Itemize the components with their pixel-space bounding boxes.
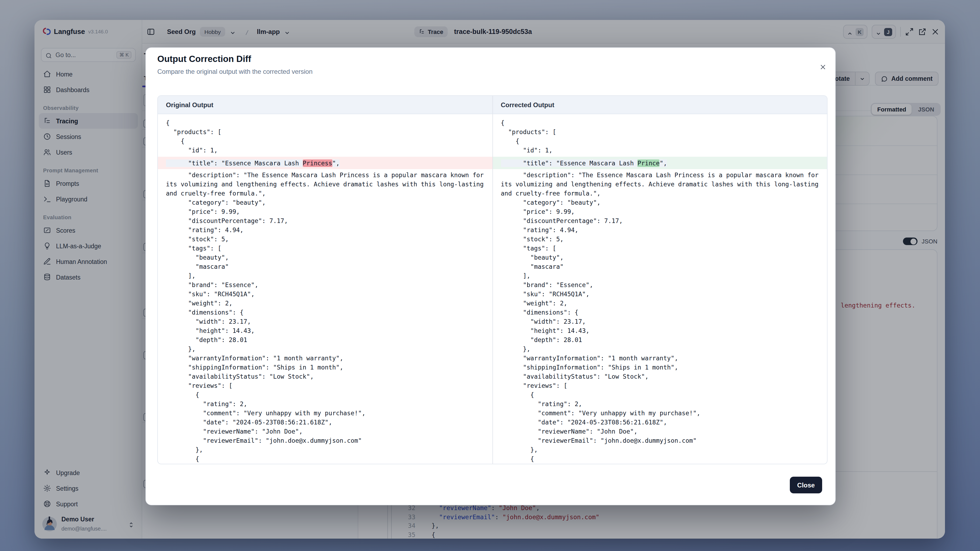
original-output-column: { "products": [ { "id": 1, "title": "Ess…	[158, 114, 492, 464]
close-icon[interactable]	[819, 63, 826, 70]
code-line: "description": "The Essence Mascara Lash…	[158, 171, 492, 198]
code-line: "dimensions": {	[158, 308, 492, 317]
code-line: "date": "2024-05-23T08:56:21.618Z",	[158, 418, 492, 427]
code-line: "mascara"	[158, 262, 492, 272]
code-line: "brand": "Essence",	[493, 281, 827, 290]
code-line: "reviews": [	[158, 381, 492, 391]
code-line: "reviewerName": "John Doe",	[158, 427, 492, 436]
code-line: },	[158, 345, 492, 354]
code-line: "products": [	[158, 128, 492, 137]
code-line: "category": "beauty",	[493, 198, 827, 207]
code-line: "rating": 2,	[158, 400, 492, 409]
code-line: ],	[158, 272, 492, 281]
corrected-output-column: { "products": [ { "id": 1, "title": "Ess…	[492, 114, 827, 464]
code-line: "reviews": [	[493, 381, 827, 391]
code-line: "warrantyInformation": "1 month warranty…	[158, 354, 492, 363]
code-line: "tags": [	[158, 244, 492, 253]
modal-subtitle: Compare the original output with the cor…	[158, 68, 312, 75]
diff-panel-header: Original Output Corrected Output	[158, 96, 827, 114]
desktop-wallpaper: Langfuse v3.146.0 Go to... ⌘ K HomeDashb…	[0, 0, 980, 551]
code-line: "availabilityStatus": "Low Stock",	[493, 372, 827, 381]
code-line: "id": 1,	[493, 146, 827, 155]
code-line: "width": 23.17,	[158, 317, 492, 326]
code-line: "sku": "RCH45Q1A",	[493, 290, 827, 299]
code-line: {	[493, 119, 827, 128]
diff-panel-body: { "products": [ { "id": 1, "title": "Ess…	[158, 114, 827, 464]
output-correction-diff-modal: Output Correction Diff Compare the origi…	[145, 48, 835, 505]
code-line: "rating": 4.94,	[493, 225, 827, 235]
code-line: ],	[493, 272, 827, 281]
diff-panel: Original Output Corrected Output { "prod…	[158, 95, 827, 464]
code-line: },	[158, 445, 492, 454]
diff-added-line: "title": "Essence Mascara Lash Prince",	[493, 157, 827, 169]
code-line: {	[493, 454, 827, 464]
code-line: "sku": "RCH45Q1A",	[158, 290, 492, 299]
code-line: "beauty",	[158, 253, 492, 262]
code-line: "width": 23.17,	[493, 317, 827, 326]
code-line: {	[158, 454, 492, 464]
original-output-header: Original Output	[158, 96, 492, 114]
code-line: "discountPercentage": 7.17,	[493, 216, 827, 225]
code-line: "tags": [	[493, 244, 827, 253]
code-line: "stock": 5,	[493, 235, 827, 244]
code-line: "discountPercentage": 7.17,	[158, 216, 492, 225]
code-line: "shippingInformation": "Ships in 1 month…	[158, 363, 492, 372]
code-line: "depth": 28.01	[158, 335, 492, 345]
code-line: "date": "2024-05-23T08:56:21.618Z",	[493, 418, 827, 427]
code-line: "weight": 2,	[493, 299, 827, 308]
code-line: "products": [	[493, 128, 827, 137]
code-line: "depth": 28.01	[493, 335, 827, 345]
code-line: "rating": 4.94,	[158, 225, 492, 235]
code-line: "reviewerName": "John Doe",	[493, 427, 827, 436]
code-line: },	[493, 345, 827, 354]
code-line: "comment": "Very unhappy with my purchas…	[158, 409, 492, 418]
code-line: {	[158, 137, 492, 146]
code-line: "dimensions": {	[493, 308, 827, 317]
code-line: "stock": 5,	[158, 235, 492, 244]
code-line: "weight": 2,	[158, 299, 492, 308]
close-button[interactable]: Close	[790, 477, 822, 493]
code-line: },	[493, 445, 827, 454]
code-line: "price": 9.99,	[158, 207, 492, 216]
code-line: "rating": 2,	[493, 400, 827, 409]
code-line: "reviewerEmail": "john.doe@x.dummyjson.c…	[158, 436, 492, 445]
code-line: {	[493, 391, 827, 400]
code-line: "reviewerEmail": "john.doe@x.dummyjson.c…	[493, 436, 827, 445]
diff-word-removed: Princess	[303, 159, 332, 167]
code-line: "beauty",	[493, 253, 827, 262]
code-line: "warrantyInformation": "1 month warranty…	[493, 354, 827, 363]
code-line: "brand": "Essence",	[158, 281, 492, 290]
code-line: {	[158, 119, 492, 128]
diff-removed-line: "title": "Essence Mascara Lash Princess"…	[158, 157, 492, 169]
code-line: "category": "beauty",	[158, 198, 492, 207]
diff-word-added: Prince	[638, 159, 660, 167]
code-line: "shippingInformation": "Ships in 1 month…	[493, 363, 827, 372]
code-line: "comment": "Very unhappy with my purchas…	[493, 409, 827, 418]
code-line: "price": 9.99,	[493, 207, 827, 216]
code-line: "height": 14.43,	[493, 326, 827, 335]
modal-title: Output Correction Diff	[158, 54, 251, 64]
code-line: "description": "The Essence Mascara Lash…	[493, 171, 827, 198]
code-line: "id": 1,	[158, 146, 492, 155]
code-line: "height": 14.43,	[158, 326, 492, 335]
code-line: {	[493, 137, 827, 146]
code-line: "availabilityStatus": "Low Stock",	[158, 372, 492, 381]
corrected-output-header: Corrected Output	[492, 96, 827, 114]
code-line: "mascara"	[493, 262, 827, 272]
code-line: {	[158, 391, 492, 400]
